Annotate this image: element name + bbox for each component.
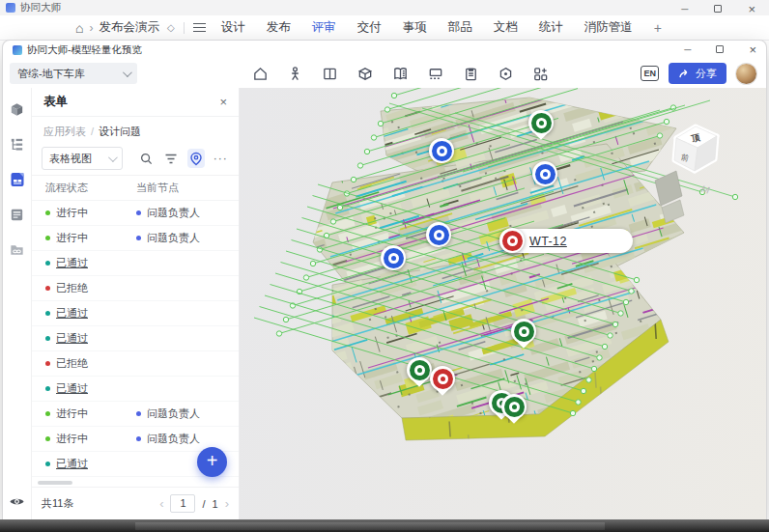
ring-marker-icon[interactable] (429, 138, 454, 163)
share-arrow-icon (678, 69, 691, 79)
diamond-icon[interactable]: ◇ (167, 22, 175, 33)
breadcrumb-parent[interactable]: 应用列表 (43, 125, 86, 139)
measure-icon[interactable] (392, 66, 409, 82)
table-row[interactable]: 已拒绝 (32, 351, 239, 377)
visibility-eye-icon[interactable] (9, 493, 25, 510)
status-text: 进行中 (56, 231, 88, 245)
table-row[interactable]: 已拒绝 (32, 276, 239, 301)
form-icon[interactable] (9, 171, 26, 188)
menu-tab[interactable]: 事项 (403, 19, 427, 36)
outer-window-controls: ─ × (681, 4, 755, 15)
panel-footer: 共11条 ‹ 1 / 1 › (32, 487, 239, 519)
maximize-icon[interactable] (716, 44, 724, 55)
prev-page-icon[interactable]: ‹ (159, 496, 163, 511)
maximize-icon[interactable] (714, 4, 722, 15)
target-marker-icon[interactable] (499, 228, 525, 253)
model-cube-icon[interactable] (9, 101, 25, 118)
column-header[interactable]: 流程状态 (32, 181, 132, 195)
filter-icon[interactable] (163, 149, 180, 168)
app-title: 协同大师 (20, 1, 61, 14)
ring-marker-icon[interactable] (381, 245, 406, 270)
status-dot (45, 286, 50, 291)
components-icon[interactable] (532, 66, 549, 82)
menu-tab[interactable]: 文档 (494, 19, 518, 36)
view-cube[interactable]: 顶前 (674, 126, 717, 171)
table-row[interactable]: 进行中问题负责人 (32, 402, 239, 427)
next-page-icon[interactable]: › (225, 496, 229, 511)
column-header[interactable]: 当前节点 (132, 181, 239, 195)
node-text: 问题负责人 (147, 206, 200, 220)
total-pages: 1 (213, 498, 218, 510)
model-viewport[interactable]: 顶前M WT-12 (240, 88, 766, 519)
view-type-dropdown[interactable]: 表格视图 (42, 147, 123, 170)
close-icon[interactable]: × (748, 4, 755, 15)
minimize-icon[interactable]: ─ (684, 44, 691, 55)
more-options-icon[interactable]: ··· (213, 149, 229, 168)
ring-marker-icon[interactable] (532, 161, 557, 186)
menu-tab[interactable]: 交付 (357, 19, 382, 36)
menu-tab[interactable]: 部品 (448, 19, 472, 36)
link-folder-icon[interactable] (9, 241, 25, 258)
pin-marker-icon[interactable] (430, 366, 455, 391)
avatar[interactable] (736, 64, 756, 84)
search-icon[interactable] (138, 149, 155, 168)
status-text: 已通过 (56, 457, 88, 471)
home-icon[interactable] (252, 66, 269, 82)
page-input[interactable]: 1 (170, 494, 195, 513)
menu-hamburger-icon[interactable] (193, 23, 206, 32)
settings-icon[interactable] (498, 66, 514, 82)
bim-model-canvas: 顶前M (240, 88, 765, 519)
screen: 协同大师 ─ × ⌂ › 发布会演示 ◇ 设计发布评审交付事项部品文档统计消防管… (0, 0, 769, 532)
breadcrumb: 应用列表 / 设计问题 (32, 117, 239, 142)
table-row[interactable]: 已通过 (32, 251, 239, 276)
close-icon[interactable]: × (219, 95, 227, 109)
node-dot (136, 436, 141, 441)
model-tree-icon[interactable] (9, 136, 25, 153)
table-row[interactable]: 已通过 (32, 326, 239, 351)
pin-marker-icon[interactable] (501, 394, 527, 419)
ring-marker-icon[interactable] (426, 222, 451, 247)
horizontal-scrollbar[interactable] (38, 481, 72, 485)
home-icon[interactable]: ⌂ (75, 20, 83, 36)
divider (184, 22, 185, 34)
table-row[interactable]: 进行中问题负责人 (32, 201, 239, 226)
app-window: 协同大师-模型轻量化预览 ─ × 管综-地下车库 (3, 41, 766, 519)
pin-marker-icon[interactable] (407, 357, 432, 382)
menu-tab[interactable]: 发布 (267, 19, 291, 36)
menu-tab[interactable]: 评审 (312, 19, 336, 36)
split-view-icon[interactable] (322, 66, 338, 82)
project-name[interactable]: 发布会演示 (99, 19, 159, 36)
menu-tab[interactable]: 设计 (221, 19, 245, 36)
pin-marker-icon[interactable] (528, 110, 554, 135)
table-row[interactable]: 进行中问题负责人 (32, 226, 239, 251)
status-text: 进行中 (56, 206, 88, 220)
add-tab-icon[interactable]: + (654, 20, 662, 36)
sheet-icon[interactable] (9, 207, 25, 223)
menu-tab[interactable]: 统计 (539, 19, 563, 36)
app-logo-icon (6, 3, 15, 13)
status-text: 已拒绝 (56, 281, 88, 295)
node-dot (136, 210, 141, 215)
total-count: 共11条 (42, 496, 73, 511)
walk-person-icon[interactable] (287, 66, 303, 82)
pin-marker-icon[interactable] (511, 319, 536, 344)
table-row[interactable]: 已通过 (32, 301, 239, 326)
minimize-icon[interactable]: ─ (681, 4, 688, 15)
table-row[interactable]: 已通过 (32, 377, 239, 402)
viewpoint-icon[interactable] (427, 66, 444, 82)
model-selector-dropdown[interactable]: 管综-地下车库 (10, 63, 137, 84)
status-text: 已通过 (56, 381, 88, 396)
os-taskbar[interactable] (0, 519, 769, 532)
status-text: 已通过 (56, 331, 88, 346)
section-box-icon[interactable] (356, 66, 374, 82)
status-dot (45, 462, 50, 466)
node-text: 问题负责人 (147, 432, 200, 446)
close-icon[interactable]: × (749, 42, 756, 57)
language-badge[interactable]: EN (641, 66, 659, 81)
menu-tab[interactable]: 消防管道 (584, 19, 633, 36)
add-record-button[interactable]: + (197, 447, 227, 477)
status-dot (45, 210, 50, 215)
locate-pin-icon[interactable] (187, 149, 204, 168)
share-button[interactable]: 分享 (669, 63, 726, 84)
form-clipboard-icon[interactable] (463, 66, 479, 82)
